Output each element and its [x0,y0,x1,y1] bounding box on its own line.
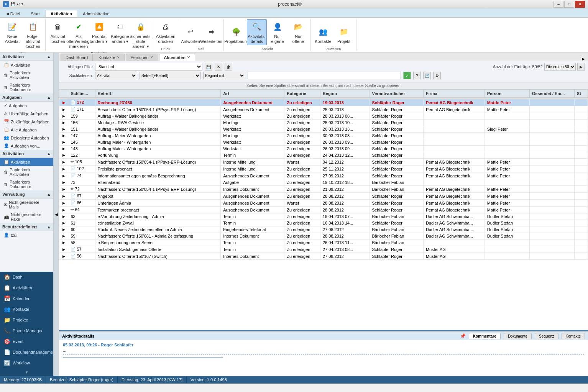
table-row[interactable]: ▶ 159 Auftrag - Walser Balkongeländer We… [59,113,588,120]
tab-aktivitaeten[interactable]: Aktivitäten [46,10,77,17]
details-tab-dokumente[interactable]: Dokumente [504,333,532,339]
filter-criteria1-select[interactable]: Aktivität [95,72,137,79]
table-row[interactable]: ▶ 📄67 Angebot Ausgehendes Dokument Zu er… [59,193,588,200]
sidebar-bottom-projekte[interactable]: 📁 Projekte [0,315,53,325]
table-row[interactable]: ▶ 📄56 Nachfassen: Offerte 150'167 (Switc… [59,253,588,260]
row-expand-156[interactable]: ▶ [59,120,68,126]
row-expand-60[interactable]: ▶ [59,226,68,233]
tab-start[interactable]: Start [26,10,44,17]
row-expand-102[interactable]: ▶ [59,166,68,172]
close-button[interactable]: ✕ [575,1,585,8]
row-expand-58[interactable]: ▶ [59,239,68,246]
sidebar-section-aktivitaeten[interactable]: Aktivitäten ▲ [0,53,53,61]
row-expand-143[interactable]: ▶ [59,146,68,152]
sidebar-item-alle-aufgaben[interactable]: 📋 Alle Aufgaben [0,126,53,134]
details-tab-kontakte[interactable]: Kontakte [562,333,585,339]
sidebar-bottom-aktivitaeten[interactable]: 📋 Aktivitäten [0,282,53,293]
row-expand-63[interactable]: ▶ [59,213,68,220]
table-row[interactable]: ▶ 61 e:Installation Zywall Termin Zu erl… [59,220,588,226]
table-row[interactable]: ▶ 📄66 Unterlagen Admia Ausgehendes Dokum… [59,200,588,207]
nav-tab-aktivitaeten-close[interactable]: ✕ [187,56,190,59]
sidebar-bottom-kalender[interactable]: 📅 Kalender [0,293,53,304]
btn-aktivitaet-loeschen[interactable]: 🗑 Aktivitätlöschen [48,19,68,45]
nav-tabs-right-arrow[interactable]: ▶ [580,57,586,61]
row-expand-61[interactable]: ▶ [59,220,68,226]
btn-weiterleiten[interactable]: ➡ Weiterleiten [201,19,221,45]
filter-save-btn[interactable]: 💾 [205,63,212,71]
dropdown-arrow[interactable]: ▾ [21,2,23,6]
row-expand-72[interactable]: ▶ [59,186,68,193]
btn-nur-eigene[interactable]: 👤 Nureigene [268,19,287,45]
nav-tab-personen-close[interactable]: ✕ [150,56,153,59]
nav-tab-kontakte[interactable]: Kontakte ✕ [94,54,125,61]
filter-refresh-btn[interactable]: 🔄 [423,72,431,79]
row-expand-122[interactable]: ▶ [59,152,68,159]
row-expand-59[interactable]: ▶ [59,233,68,239]
table-row[interactable]: ▶ ✏64 Textmarken proconact Ausgehendes D… [59,207,588,213]
sidebar-item-aufgaben-von[interactable]: 👤 Aufgaben von... [0,142,53,150]
col-beginn-header[interactable]: Beginn [320,90,370,98]
sidebar-item-aktivitaeten-active[interactable]: 📋 Aktivitäten [0,158,53,166]
table-row[interactable]: ▶ 145 Auftrag Maier - Wintergarten Werks… [59,139,588,146]
sidebar-item-aktivitaeten[interactable]: 📋 Aktivitäten [0,61,53,69]
row-expand-67[interactable]: ▶ [59,193,68,200]
btn-projekt[interactable]: 📁 Projekt [334,19,354,45]
nav-tab-kontakte-close[interactable]: ✕ [117,56,120,59]
sidebar-bottom-dash[interactable]: 🏠 Dash [0,272,53,282]
filter-search-green[interactable]: ✓ [403,72,411,79]
sidebar-bottom-event[interactable]: 🎯 Event [0,336,53,347]
row-expand-172[interactable]: ▶ [59,99,68,106]
sidebar-item-delegierte[interactable]: 👥 Delegierte Aufgaben [0,134,53,142]
sidebar-bottom-kontakte[interactable]: 👥 Kontakte [0,304,53,315]
col-gesendet-header[interactable]: Gesendet / Em... [529,90,574,98]
table-row[interactable]: ▶ 143 Auftrag Maier - Wintergarten Werks… [59,146,588,152]
sidebar-section-aufgaben[interactable]: Aufgaben ▲ [0,93,53,102]
tab-administration[interactable]: Administration [78,10,115,17]
col-schlus-header[interactable]: Schlüs... [68,90,95,98]
row-expand-105[interactable]: ▶ [59,159,68,166]
filter-help-btn[interactable]: ? [413,72,421,79]
sidebar-item-nicht-faxe[interactable]: 📠 Nicht gesendete Faxe [0,211,53,223]
nav-tab-personen[interactable]: Personen ✕ [126,54,158,61]
table-row[interactable]: ▶ 151 Auftrag - Walser Balkongeländer We… [59,126,588,133]
filter-clear-btn[interactable]: ✕ [215,63,222,71]
table-row[interactable]: ▶ 63 e:Vorführung Zeiterfassung - Admia … [59,213,588,220]
row-expand-147[interactable]: ▶ [59,133,68,139]
col-betreff-header[interactable]: Betreff [95,90,221,98]
filter-show-select[interactable]: Die ersten 50 [544,63,576,71]
btn-kategorie[interactable]: 🏷 Kategorieändern ▾ [110,19,130,45]
sidebar-bottom-phone[interactable]: 📞 Phone Manager [0,325,53,336]
filter-right-btn[interactable]: ▶ [577,63,585,71]
sidebar-item-ueberfaellige[interactable]: ⚠ Überfällige Aufgaben [0,110,53,118]
maximize-button[interactable]: □ [564,1,574,8]
filter-search-input[interactable] [248,72,401,79]
btn-antworten[interactable]: ↩ Antworten [181,19,200,45]
filter-delete-btn[interactable]: 🗑 [225,63,232,71]
nav-tab-aktivitaeten[interactable]: Aktivitäten ✕ [159,54,195,61]
btn-folgeaktivitaet[interactable]: 📋 Folge-aktivitätlöschen [23,19,43,51]
sidebar-item-zukuenftige[interactable]: 📅 Zukünftige Aufgaben [0,118,53,126]
row-expand-73[interactable]: ▶ [59,179,68,186]
btn-projektbaum[interactable]: 🌳 Projektbaum [226,19,246,45]
sidebar-item-tzui[interactable]: 👤 tzui [0,231,53,239]
sidebar-item-papierkorb-akt2[interactable]: 🗑 Papierkorb Aktivitäten [0,166,53,178]
table-row[interactable]: ▶ ✏72 Nachfassen: Offerte 150'054-1 (PPs… [59,186,588,193]
details-pin-icon[interactable]: 📌 [460,333,466,339]
activities-table-container[interactable]: Schlüs... Betreff Art Kategorie Beginn V… [59,89,588,330]
table-row[interactable]: ▶ 59 Nachfassen: Offerte 150'681 - Admia… [59,233,588,239]
col-st-header[interactable]: St [574,90,588,98]
sidebar-bottom-docmgmt[interactable]: 📄 Documentmanagement [0,347,53,358]
minimize-button[interactable]: – [554,1,563,8]
btn-als-offen-erledigt[interactable]: ✔ Als offen/erledigtmarkieren [69,19,89,51]
quick-save[interactable]: 💾 [11,2,15,6]
btn-aktivitaetsdetails[interactable]: 🔍 Aktivitäts-details [247,19,267,45]
sidebar-bottom-workflow[interactable]: 🔄 Workflow [0,358,53,368]
details-tab-sequenz[interactable]: Sequenz [535,333,558,339]
sidebar-section-aktivitaeten2[interactable]: Aktivitäten ▲ [0,150,53,158]
table-row[interactable]: ▶ 📄171 Besuch betr. Offerte 150'054-1 (P… [59,106,588,113]
col-person-header[interactable]: Person [485,90,529,98]
btn-sicherheitsstufe[interactable]: 🔒 Sicherheits-stufeändern ▾ [131,19,151,51]
table-row[interactable]: ▶ 122 Vorführung Termin Zu erledigen 24.… [59,152,588,159]
btn-prioritaet[interactable]: 🔼 Prioritätändern ▾ [89,19,109,45]
row-expand-64[interactable]: ▶ [59,207,68,213]
